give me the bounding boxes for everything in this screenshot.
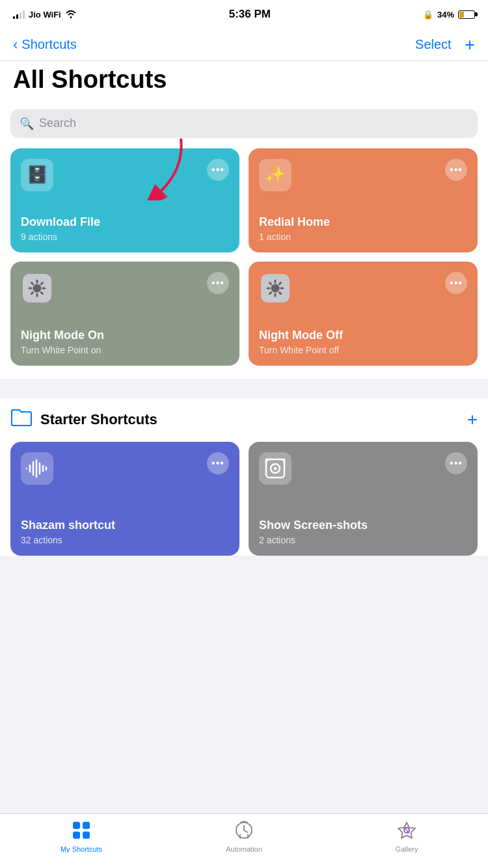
waveform-icon bbox=[25, 457, 49, 480]
card-bottom: Redial Home 1 action bbox=[259, 215, 467, 242]
svg-rect-22 bbox=[83, 822, 90, 829]
three-dots-icon: ••• bbox=[450, 457, 463, 469]
card-bottom: Download File 9 actions bbox=[21, 215, 229, 242]
card-icon-wrap: ✨ bbox=[259, 159, 291, 191]
card-title: Shazam shortcut bbox=[21, 519, 229, 533]
status-left: Jio WiFi bbox=[13, 9, 77, 20]
screenshot-icon bbox=[264, 457, 287, 480]
tab-my-shortcuts[interactable]: My Shortcuts bbox=[0, 821, 163, 853]
card-subtitle: Turn White Point off bbox=[259, 345, 467, 355]
card-icon-wrap bbox=[21, 452, 53, 485]
starter-shortcuts-grid: ••• Shazam shortcut 32 actions bbox=[10, 442, 478, 556]
search-icon: 🔍 bbox=[20, 116, 34, 131]
card-title: Redial Home bbox=[259, 215, 467, 230]
card-bottom: Night Mode Off Turn White Point off bbox=[259, 329, 467, 355]
svg-rect-23 bbox=[73, 832, 80, 839]
automation-label: Automation bbox=[226, 845, 262, 853]
status-bar: Jio WiFi 5:36 PM 🔒 34% bbox=[0, 0, 488, 29]
night-mode-on-card[interactable]: ••• Night Mode On Turn White Point on bbox=[10, 262, 239, 366]
settings-icon bbox=[23, 274, 51, 303]
search-placeholder: Search bbox=[39, 116, 76, 130]
add-shortcut-button[interactable]: + bbox=[465, 34, 475, 55]
three-dots-icon: ••• bbox=[450, 164, 463, 176]
folder-icon bbox=[10, 409, 33, 431]
card-top: ••• bbox=[259, 452, 467, 485]
svg-point-16 bbox=[274, 467, 277, 470]
carrier-label: Jio WiFi bbox=[29, 10, 61, 20]
starter-section-title: Starter Shortcuts bbox=[40, 411, 157, 428]
card-subtitle: 2 actions bbox=[259, 535, 467, 545]
storage-icon: 🗄️ bbox=[27, 165, 47, 185]
card-top: ••• bbox=[21, 452, 229, 485]
settings-icon bbox=[261, 274, 290, 303]
shortcuts-grid: 🗄️ ••• Download File 9 actions ✨ bbox=[10, 148, 478, 366]
card-menu-button[interactable]: ••• bbox=[207, 159, 229, 181]
card-title: Download File bbox=[21, 215, 229, 230]
card-menu-button[interactable]: ••• bbox=[445, 452, 467, 474]
shortcuts-grid-section: 🗄️ ••• Download File 9 actions ✨ bbox=[0, 148, 488, 379]
card-bottom: Night Mode On Turn White Point on bbox=[21, 329, 229, 355]
three-dots-icon: ••• bbox=[450, 277, 463, 289]
svg-rect-24 bbox=[83, 832, 90, 839]
wifi-icon bbox=[65, 9, 77, 20]
card-menu-button[interactable]: ••• bbox=[207, 272, 229, 294]
battery-icon bbox=[458, 10, 475, 19]
battery-percent: 34% bbox=[437, 10, 454, 20]
nav-bar: ‹ Shortcuts Select + bbox=[0, 29, 488, 61]
bottom-spacer bbox=[0, 556, 488, 621]
three-dots-icon: ••• bbox=[211, 457, 224, 469]
card-top: ✨ ••• bbox=[259, 159, 467, 191]
signal-bars bbox=[13, 10, 25, 19]
card-icon-wrap bbox=[259, 452, 291, 485]
back-label: Shortcuts bbox=[21, 37, 76, 52]
card-top: 🗄️ ••• bbox=[21, 159, 229, 191]
card-subtitle: Turn White Point on bbox=[21, 345, 229, 355]
card-icon-wrap bbox=[21, 272, 53, 305]
back-button[interactable]: ‹ Shortcuts bbox=[13, 36, 77, 53]
svg-rect-21 bbox=[73, 822, 80, 829]
card-title: Show Screen-shots bbox=[259, 519, 467, 533]
gallery-label: Gallery bbox=[396, 845, 418, 853]
tab-automation[interactable]: Automation bbox=[163, 821, 325, 853]
three-dots-icon: ••• bbox=[211, 164, 224, 176]
starter-section: Starter Shortcuts + bbox=[0, 398, 488, 556]
card-menu-button[interactable]: ••• bbox=[445, 159, 467, 181]
tab-gallery[interactable]: Gallery bbox=[325, 821, 488, 853]
card-title: Night Mode On bbox=[21, 329, 229, 343]
tab-bar: My Shortcuts Automation Gallery bbox=[0, 813, 488, 868]
gallery-icon bbox=[397, 821, 416, 843]
card-subtitle: 1 action bbox=[259, 232, 467, 242]
nav-actions: Select + bbox=[415, 34, 475, 55]
starter-left: Starter Shortcuts bbox=[10, 409, 157, 431]
card-menu-button[interactable]: ••• bbox=[445, 272, 467, 294]
status-time: 5:36 PM bbox=[229, 8, 271, 21]
redial-home-card[interactable]: ✨ ••• Redial Home 1 action bbox=[249, 148, 478, 252]
page-header: All Shortcuts bbox=[0, 61, 488, 104]
card-bottom: Show Screen-shots 2 actions bbox=[259, 519, 467, 545]
lock-icon: 🔒 bbox=[423, 10, 433, 20]
select-button[interactable]: Select bbox=[415, 37, 452, 52]
card-icon-wrap bbox=[259, 272, 291, 305]
download-file-wrapper: 🗄️ ••• Download File 9 actions bbox=[10, 148, 239, 252]
show-screenshots-card[interactable]: ••• Show Screen-shots 2 actions bbox=[249, 442, 478, 556]
search-bar[interactable]: 🔍 Search bbox=[10, 109, 478, 138]
download-file-card[interactable]: 🗄️ ••• Download File 9 actions bbox=[10, 148, 239, 252]
card-icon-wrap: 🗄️ bbox=[21, 159, 53, 191]
card-menu-button[interactable]: ••• bbox=[207, 452, 229, 474]
card-subtitle: 9 actions bbox=[21, 232, 229, 242]
three-dots-icon: ••• bbox=[211, 277, 224, 289]
search-container: 🔍 Search bbox=[0, 104, 488, 148]
page-title: All Shortcuts bbox=[13, 66, 475, 94]
add-starter-shortcut-button[interactable]: + bbox=[467, 409, 478, 430]
automation-icon bbox=[234, 821, 254, 843]
card-bottom: Shazam shortcut 32 actions bbox=[21, 519, 229, 545]
status-right: 🔒 34% bbox=[423, 10, 475, 20]
my-shortcuts-label: My Shortcuts bbox=[61, 845, 102, 853]
card-title: Night Mode Off bbox=[259, 329, 467, 343]
shazam-card[interactable]: ••• Shazam shortcut 32 actions bbox=[10, 442, 239, 556]
card-top: ••• bbox=[21, 272, 229, 305]
card-top: ••• bbox=[259, 272, 467, 305]
night-mode-off-card[interactable]: ••• Night Mode Off Turn White Point off bbox=[249, 262, 478, 366]
starter-header: Starter Shortcuts + bbox=[10, 409, 478, 431]
magic-wand-icon: ✨ bbox=[265, 165, 286, 185]
